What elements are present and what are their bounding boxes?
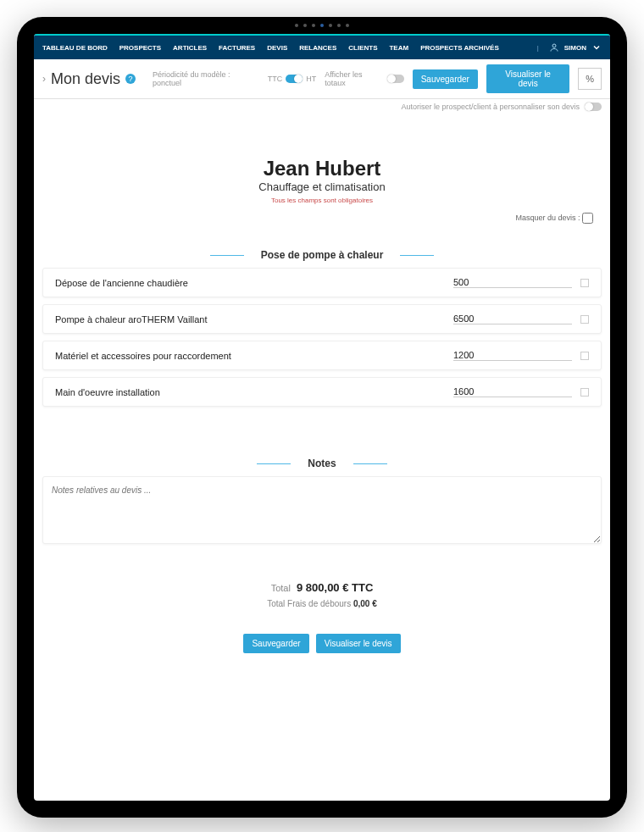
ttc-ht-toggle[interactable] (286, 75, 303, 83)
top-nav: TABLEAU DE BORD PROSPECTS ARTICLES FACTU… (34, 34, 610, 59)
screen: TABLEAU DE BORD PROSPECTS ARTICLES FACTU… (34, 34, 610, 801)
nav-item-prospects[interactable]: PROSPECTS (119, 44, 161, 52)
sub-toolbar: Autoriser le prospect/client à personnal… (34, 99, 610, 114)
line-item (42, 304, 602, 334)
ttc-label: TTC (268, 75, 283, 83)
item-price-input[interactable] (453, 350, 572, 361)
fees-label: Total Frais de débours (267, 599, 351, 608)
footer-view-button[interactable]: Visualiser le devis (316, 634, 401, 653)
item-description-input[interactable] (55, 278, 453, 288)
item-checkbox[interactable] (580, 388, 589, 397)
svg-point-0 (552, 44, 556, 47)
footer-save-button[interactable]: Sauvegarder (243, 634, 308, 653)
item-price-input[interactable] (453, 386, 572, 397)
page-title: Mon devis (51, 70, 120, 88)
notes-title: Notes (308, 458, 336, 469)
section-header: Pose de pompe à chaleur (42, 249, 602, 261)
help-icon[interactable]: ? (125, 74, 136, 84)
item-price-input[interactable] (453, 277, 572, 288)
nav-item-team[interactable]: TEAM (389, 44, 408, 52)
item-price-input[interactable] (453, 313, 572, 324)
user-menu[interactable]: | SIMON (537, 42, 602, 53)
nav-item-factures[interactable]: FACTURES (219, 44, 255, 52)
save-button[interactable]: Sauvegarder (413, 69, 478, 89)
show-totals-label: Afficher les totaux (325, 70, 384, 87)
chevron-right-icon: › (42, 73, 46, 85)
tablet-frame: TABLEAU DE BORD PROSPECTS ARTICLES FACTU… (17, 17, 627, 818)
nav-item-articles[interactable]: ARTICLES (173, 44, 207, 52)
show-totals-toggle[interactable] (387, 75, 404, 83)
item-checkbox[interactable] (580, 315, 589, 324)
hide-from-quote-checkbox[interactable] (582, 213, 593, 224)
ht-label: HT (306, 75, 316, 83)
nav-item-devis[interactable]: DEVIS (267, 44, 287, 52)
footer-actions: Sauvegarder Visualiser le devis (42, 634, 602, 653)
hide-from-quote-option: Masquer du devis : (42, 213, 602, 224)
item-checkbox[interactable] (580, 279, 589, 287)
nav-item-prospects-archives[interactable]: PROSPECTS ARCHIVÉS (420, 44, 499, 52)
total-label: Total (271, 583, 291, 593)
item-checkbox[interactable] (580, 352, 589, 360)
nav-item-relances[interactable]: RELANCES (299, 44, 336, 52)
percent-button[interactable]: % (578, 68, 602, 90)
nav-item-dashboard[interactable]: TABLEAU DE BORD (42, 44, 108, 52)
user-name: SIMON (564, 44, 586, 52)
notes-header: Notes (42, 458, 602, 469)
client-name: Jean Hubert (42, 157, 602, 180)
total-value: 9 800,00 € TTC (297, 581, 373, 594)
item-description-input[interactable] (55, 314, 453, 324)
client-header: Jean Hubert Chauffage et climatisation T… (42, 157, 602, 204)
line-items-list (42, 268, 602, 407)
line-item (42, 268, 602, 297)
totals-block: Total 9 800,00 € TTC Total Frais de débo… (42, 581, 602, 608)
line-item (42, 341, 602, 370)
view-quote-button[interactable]: Visualiser le devis (486, 64, 569, 93)
hide-from-quote-label: Masquer du devis : (515, 214, 580, 222)
notes-textarea[interactable] (42, 476, 602, 544)
nav-item-clients[interactable]: CLIENTS (348, 44, 377, 52)
toolbar: › Mon devis ? Périodicité du modèle : po… (34, 59, 610, 99)
content-area: Jean Hubert Chauffage et climatisation T… (34, 114, 610, 801)
required-fields-note: Tous les champs sont obligatoires (42, 197, 602, 204)
fees-value: 0,00 € (353, 599, 377, 608)
section-title: Pose de pompe à chaleur (261, 249, 384, 261)
client-activity: Chauffage et climatisation (42, 180, 602, 193)
item-description-input[interactable] (55, 351, 453, 361)
allow-customize-toggle[interactable] (585, 103, 602, 111)
line-item (42, 377, 602, 407)
allow-customize-label: Autoriser le prospect/client à personnal… (401, 103, 580, 111)
user-icon (549, 42, 559, 53)
item-description-input[interactable] (55, 387, 453, 397)
chevron-down-icon (591, 42, 602, 53)
tablet-sensor-dots (295, 24, 349, 27)
periodicity-label: Périodicité du modèle : ponctuel (153, 70, 259, 87)
nav-menu: TABLEAU DE BORD PROSPECTS ARTICLES FACTU… (42, 44, 537, 52)
